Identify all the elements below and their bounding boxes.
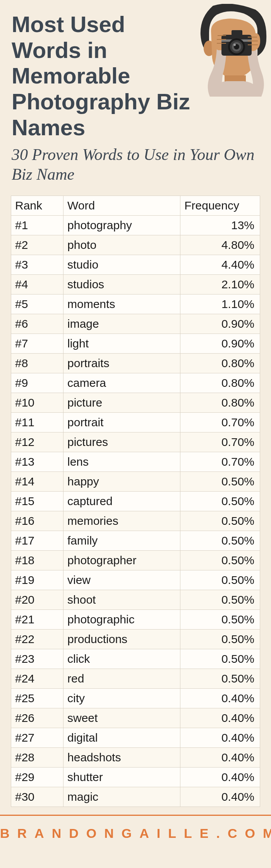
cell-word: captured: [63, 492, 180, 511]
header-frequency: Frequency: [180, 196, 260, 216]
cell-rank: #4: [11, 275, 63, 294]
cell-frequency: 0.40%: [180, 728, 260, 748]
cell-rank: #25: [11, 689, 63, 708]
cell-word: portraits: [63, 354, 180, 373]
cell-word: light: [63, 334, 180, 354]
cell-word: shoot: [63, 590, 180, 610]
cell-word: moments: [63, 294, 180, 314]
table-row: #15captured0.50%: [11, 492, 260, 511]
table-row: #8portraits0.80%: [11, 354, 260, 373]
table-row: #30magic0.40%: [11, 787, 260, 807]
cell-rank: #10: [11, 393, 63, 413]
cell-frequency: 4.40%: [180, 255, 260, 275]
cell-rank: #27: [11, 728, 63, 748]
svg-rect-4: [232, 30, 242, 36]
cell-rank: #26: [11, 708, 63, 728]
cell-rank: #8: [11, 354, 63, 373]
svg-point-9: [233, 44, 236, 46]
cell-frequency: 0.70%: [180, 432, 260, 452]
cell-frequency: 0.80%: [180, 393, 260, 413]
cell-word: memories: [63, 511, 180, 531]
cell-word: red: [63, 669, 180, 689]
cell-frequency: 0.50%: [180, 630, 260, 649]
cell-frequency: 0.50%: [180, 492, 260, 511]
cell-frequency: 0.50%: [180, 590, 260, 610]
table-row: #26sweet0.40%: [11, 708, 260, 728]
table-row: #1photography13%: [11, 216, 260, 235]
table-row: #20shoot0.50%: [11, 590, 260, 610]
table-row: #3studio4.40%: [11, 255, 260, 275]
cell-word: portrait: [63, 413, 180, 432]
cell-frequency: 0.70%: [180, 413, 260, 432]
cell-word: image: [63, 314, 180, 334]
header-rank: Rank: [11, 196, 63, 216]
cell-rank: #16: [11, 511, 63, 531]
table-row: #18photographer0.50%: [11, 551, 260, 570]
table-row: #19view0.50%: [11, 570, 260, 590]
table-header-row: Rank Word Frequency: [11, 196, 260, 216]
cell-frequency: 0.70%: [180, 452, 260, 472]
cell-rank: #7: [11, 334, 63, 354]
page-title: Most Used Words in Memorable Photography…: [12, 12, 194, 140]
cell-word: picture: [63, 393, 180, 413]
cell-rank: #5: [11, 294, 63, 314]
cell-word: camera: [63, 373, 180, 393]
table-row: #11portrait0.70%: [11, 413, 260, 432]
cell-frequency: 0.50%: [180, 531, 260, 551]
cell-frequency: 0.40%: [180, 708, 260, 728]
cell-word: sweet: [63, 708, 180, 728]
cell-frequency: 4.80%: [180, 235, 260, 255]
cell-rank: #19: [11, 570, 63, 590]
table-row: #29shutter0.40%: [11, 768, 260, 787]
page-subtitle: 30 Proven Words to Use in Your Own Biz N…: [12, 145, 259, 184]
cell-rank: #24: [11, 669, 63, 689]
table-row: #13lens0.70%: [11, 452, 260, 472]
cell-word: studio: [63, 255, 180, 275]
cell-frequency: 0.50%: [180, 649, 260, 669]
table-row: #27digital0.40%: [11, 728, 260, 748]
table-row: #6image0.90%: [11, 314, 260, 334]
cell-frequency: 0.80%: [180, 373, 260, 393]
cell-rank: #21: [11, 610, 63, 630]
cell-word: photographic: [63, 610, 180, 630]
infographic-container: Most Used Words in Memorable Photography…: [0, 0, 271, 851]
header: Most Used Words in Memorable Photography…: [0, 0, 271, 192]
table-row: #12pictures0.70%: [11, 432, 260, 452]
table-row: #5moments1.10%: [11, 294, 260, 314]
cell-frequency: 0.80%: [180, 354, 260, 373]
cell-word: photography: [63, 216, 180, 235]
cell-rank: #9: [11, 373, 63, 393]
cell-frequency: 13%: [180, 216, 260, 235]
cell-rank: #2: [11, 235, 63, 255]
table-row: #2photo4.80%: [11, 235, 260, 255]
cell-frequency: 0.40%: [180, 689, 260, 708]
table-row: #9camera0.80%: [11, 373, 260, 393]
table-row: #16memories0.50%: [11, 511, 260, 531]
footer-brand: BRANDONGAILLE.COM: [0, 826, 271, 841]
cell-frequency: 0.50%: [180, 511, 260, 531]
cell-rank: #29: [11, 768, 63, 787]
cell-rank: #28: [11, 748, 63, 768]
cell-frequency: 1.10%: [180, 294, 260, 314]
cell-frequency: 2.10%: [180, 275, 260, 294]
cell-rank: #3: [11, 255, 63, 275]
table-row: #25city0.40%: [11, 689, 260, 708]
cell-frequency: 0.40%: [180, 787, 260, 807]
cell-word: headshots: [63, 748, 180, 768]
cell-word: photographer: [63, 551, 180, 570]
cell-rank: #12: [11, 432, 63, 452]
cell-rank: #14: [11, 472, 63, 492]
table-row: #4studios2.10%: [11, 275, 260, 294]
cell-rank: #6: [11, 314, 63, 334]
cell-rank: #17: [11, 531, 63, 551]
cell-word: family: [63, 531, 180, 551]
table-row: #14happy0.50%: [11, 472, 260, 492]
cell-word: shutter: [63, 768, 180, 787]
cell-rank: #13: [11, 452, 63, 472]
cell-rank: #18: [11, 551, 63, 570]
cell-word: happy: [63, 472, 180, 492]
cell-frequency: 0.50%: [180, 472, 260, 492]
cell-word: lens: [63, 452, 180, 472]
cell-word: click: [63, 649, 180, 669]
cell-rank: #23: [11, 649, 63, 669]
